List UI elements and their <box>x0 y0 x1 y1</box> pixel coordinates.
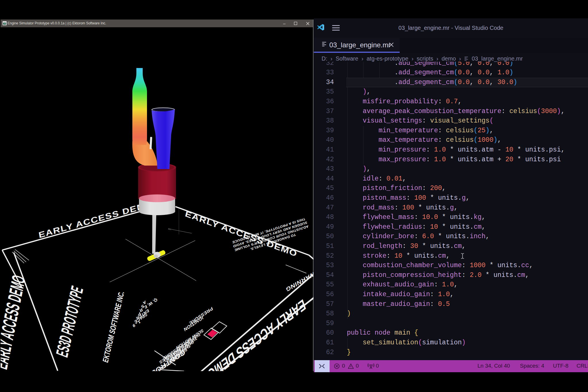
svg-text:ES3D PROTOTYPE: ES3D PROTOTYPE <box>52 284 87 360</box>
svg-text:4m: 4m <box>168 228 172 231</box>
svg-text:EARLY ACCESS DEMO: EARLY ACCESS DEMO <box>38 199 154 240</box>
svg-text:EARLY ACCESS DEMO: EARLY ACCESS DEMO <box>206 296 307 371</box>
svg-text:WARNING: WARNING <box>285 270 314 293</box>
svg-text:EKTOROM SOFTWARE INC.: EKTOROM SOFTWARE INC. <box>101 290 126 364</box>
svg-text:EARLY ACCESS DEMO: EARLY ACCESS DEMO <box>1 272 29 371</box>
